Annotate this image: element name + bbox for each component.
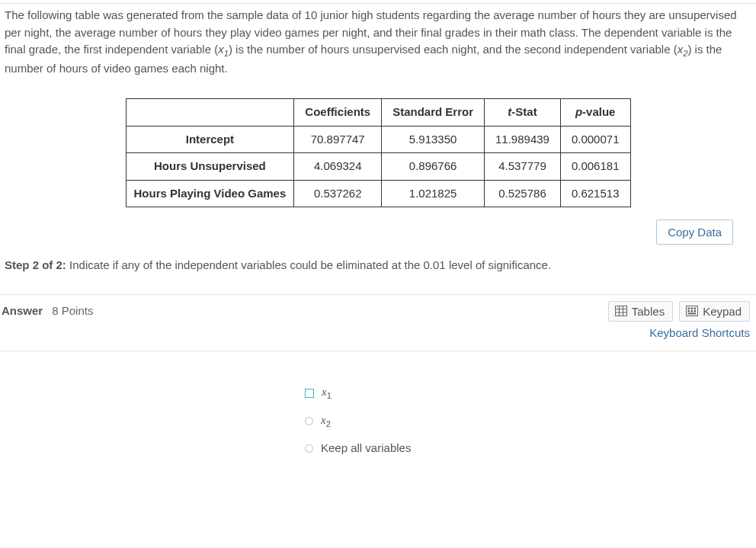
table-row: Intercept 70.897747 5.913350 11.989439 0…	[126, 126, 630, 153]
step-text: Indicate if any of the independent varia…	[66, 258, 551, 271]
cell-value: 70.897747	[294, 126, 382, 153]
checkbox-icon[interactable]	[305, 389, 314, 398]
keypad-button-label: Keypad	[703, 305, 742, 318]
coefficients-table: Coefficients Standard Error t-Stat p-val…	[126, 98, 631, 207]
row-label-hours-unsupervised: Hours Unsupervised	[126, 153, 294, 181]
cell-value: 0.525786	[485, 180, 561, 207]
cell-value: 4.069324	[294, 153, 382, 181]
col-coefficients: Coefficients	[294, 99, 382, 127]
svg-rect-10	[691, 310, 694, 312]
svg-rect-12	[688, 313, 697, 315]
option-x2-label: x2	[321, 412, 331, 431]
sample-size: 10	[305, 8, 318, 21]
tables-button-label: Tables	[632, 305, 665, 318]
svg-rect-0	[615, 306, 626, 316]
tables-button[interactable]: Tables	[608, 301, 673, 322]
cell-value: 0.537262	[294, 180, 382, 207]
row-label-hours-video-games: Hours Playing Video Games	[126, 180, 294, 207]
table-row: Hours Playing Video Games 0.537262 1.021…	[126, 180, 630, 207]
answer-bar: Answer 8 Points Tables	[0, 300, 756, 325]
row-label-intercept: Intercept	[126, 126, 294, 153]
keyboard-shortcuts-link[interactable]: Keyboard Shortcuts	[649, 325, 750, 342]
svg-rect-8	[694, 308, 697, 310]
radio-icon[interactable]	[305, 444, 313, 453]
col-t-stat: t-Stat	[485, 99, 561, 127]
cell-value: 4.537779	[485, 153, 561, 181]
option-x1-label: x1	[322, 383, 332, 402]
cell-value: 5.913350	[382, 126, 485, 153]
table-header-row: Coefficients Standard Error t-Stat p-val…	[126, 99, 630, 127]
keypad-icon	[686, 306, 698, 316]
option-x1[interactable]: x1	[305, 379, 756, 407]
col-standard-error: Standard Error	[382, 99, 485, 127]
cell-value: 0.896766	[382, 153, 485, 181]
significance-level: 0.01	[424, 258, 446, 271]
option-keep-all[interactable]: Keep all variables	[305, 435, 756, 462]
var-x1: x1	[218, 43, 229, 56]
cell-value: 11.989439	[485, 126, 561, 153]
svg-rect-7	[691, 308, 694, 310]
col-p-value: p-value	[560, 99, 630, 127]
problem-statement: The following table was generated from t…	[0, 4, 756, 85]
svg-rect-11	[694, 310, 697, 312]
var-x2: x2	[678, 43, 688, 56]
tables-icon	[615, 306, 627, 316]
cell-value: 0.006181	[560, 153, 630, 181]
step-instruction: Step 2 of 2: Indicate if any of the inde…	[0, 251, 756, 290]
header-blank	[126, 99, 294, 127]
svg-rect-9	[688, 310, 690, 312]
keypad-button[interactable]: Keypad	[679, 301, 750, 322]
cell-value: 1.021825	[382, 180, 485, 207]
points-label: 8 Points	[52, 303, 93, 320]
copy-data-button[interactable]: Copy Data	[656, 220, 733, 245]
cell-value: 0.000071	[560, 126, 630, 153]
svg-rect-6	[688, 308, 690, 310]
answer-options: x1 x2 Keep all variables	[0, 356, 756, 484]
radio-icon[interactable]	[305, 417, 313, 425]
option-x2[interactable]: x2	[305, 407, 756, 435]
step-prefix: Step 2 of 2:	[5, 258, 66, 271]
table-row: Hours Unsupervised 4.069324 0.896766 4.5…	[126, 153, 630, 181]
cell-value: 0.621513	[560, 180, 630, 207]
answer-label: Answer	[2, 303, 43, 320]
option-keep-all-label: Keep all variables	[321, 440, 411, 457]
